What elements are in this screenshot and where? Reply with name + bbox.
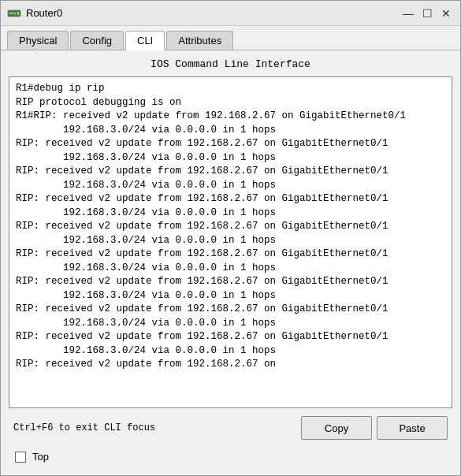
router-icon [7, 6, 21, 20]
svg-point-1 [9, 12, 11, 13]
bottom-bar: Top [9, 448, 452, 469]
paste-button[interactable]: Paste [377, 416, 448, 440]
title-bar-left: Router0 [7, 6, 62, 20]
maximize-button[interactable]: ☐ [419, 6, 435, 21]
tab-attributes[interactable]: Attributes [166, 31, 233, 50]
copy-button[interactable]: Copy [301, 416, 372, 440]
title-bar: Router0 — ☐ ✕ [1, 1, 460, 26]
cli-hint-text: Ctrl+F6 to exit CLI focus [13, 422, 155, 433]
svg-point-3 [14, 12, 16, 13]
action-buttons: Copy Paste [301, 416, 448, 440]
main-window: Router0 — ☐ ✕ Physical Config CLI Attrib… [0, 0, 461, 476]
top-checkbox-label: Top [32, 451, 49, 463]
tab-bar: Physical Config CLI Attributes [1, 26, 460, 50]
cli-output[interactable]: R1#debug ip rip RIP protocol debugging i… [9, 77, 452, 407]
window-title: Router0 [26, 7, 62, 19]
minimize-button[interactable]: — [400, 6, 416, 21]
cli-terminal[interactable]: R1#debug ip rip RIP protocol debugging i… [9, 76, 452, 408]
title-bar-controls: — ☐ ✕ [400, 6, 454, 21]
svg-point-2 [12, 12, 13, 13]
svg-rect-4 [17, 12, 19, 15]
tab-cli[interactable]: CLI [125, 31, 165, 50]
content-area: IOS Command Line Interface R1#debug ip r… [1, 50, 460, 475]
tab-physical[interactable]: Physical [7, 31, 69, 50]
close-button[interactable]: ✕ [438, 6, 454, 21]
cli-section-title: IOS Command Line Interface [9, 57, 452, 72]
top-checkbox[interactable] [15, 452, 26, 463]
tab-config[interactable]: Config [70, 31, 124, 50]
status-bar: Ctrl+F6 to exit CLI focus Copy Paste [9, 413, 452, 443]
